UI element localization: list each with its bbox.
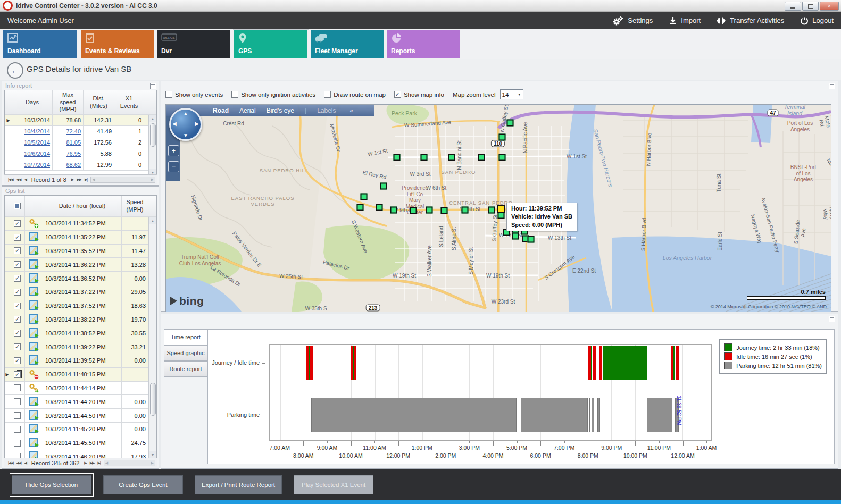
export-print-route-report-button[interactable]: Export / Print Route Report bbox=[195, 475, 282, 494]
day-link[interactable]: 10/6/2014 bbox=[24, 150, 50, 157]
gps-marker[interactable] bbox=[390, 207, 397, 214]
maximize-button[interactable] bbox=[802, 2, 819, 11]
day-link[interactable]: 10/3/2014 bbox=[24, 117, 50, 123]
hscroll-right-icon[interactable]: ▶ bbox=[151, 461, 154, 465]
table-row[interactable]: 10/4/201472.4041.491 bbox=[5, 126, 156, 137]
max-speed-link[interactable]: 78.68 bbox=[66, 117, 81, 123]
tab-dashboard[interactable]: Dashboard bbox=[3, 30, 77, 58]
day-link[interactable]: 10/5/2014 bbox=[24, 139, 50, 146]
gps-marker[interactable] bbox=[426, 207, 433, 214]
row-checkbox[interactable]: ✓ bbox=[14, 261, 21, 268]
table-row[interactable]: 10/7/201468.6212.990 bbox=[5, 159, 156, 171]
pager-next-icon[interactable]: ▶▶ bbox=[90, 461, 95, 465]
max-speed-link[interactable]: 81.05 bbox=[66, 139, 81, 146]
pager-prev-icon[interactable]: ◀ bbox=[24, 178, 26, 182]
map-option-show-only-ignition-activities[interactable]: Show only ignition activities bbox=[231, 91, 315, 98]
gps-marker[interactable] bbox=[421, 154, 428, 161]
header-action-import[interactable]: Import bbox=[669, 16, 701, 25]
selected-gps-marker[interactable] bbox=[497, 205, 505, 213]
pager-prev-icon[interactable]: |◀◀ bbox=[8, 178, 13, 182]
map[interactable]: Crest RdMiraleste DrPeck ParkW Summerlan… bbox=[165, 104, 831, 312]
pager-next-icon[interactable]: ▶| bbox=[85, 178, 87, 182]
gps-marker[interactable] bbox=[361, 194, 368, 200]
map-option-show-only-events[interactable]: Show only events bbox=[165, 91, 223, 98]
hscroll-left-icon[interactable]: ◀ bbox=[92, 178, 95, 182]
gps-marker[interactable] bbox=[376, 204, 383, 211]
gps-marker[interactable] bbox=[448, 154, 455, 161]
max-speed-link[interactable]: 76.95 bbox=[66, 150, 81, 157]
row-checkbox[interactable]: ✓ bbox=[14, 275, 21, 282]
row-checkbox[interactable]: ✓ bbox=[14, 330, 21, 337]
table-row[interactable]: 10/6/201476.955.880 bbox=[5, 148, 156, 159]
row-checkbox[interactable] bbox=[14, 440, 21, 447]
option-checkbox[interactable] bbox=[165, 91, 172, 98]
tab-fleet-manager[interactable]: Fleet Manager bbox=[311, 30, 384, 58]
pager-hscrollbar[interactable]: ◀▶ bbox=[104, 460, 155, 466]
gps-row[interactable]: ✓10/3/2014 11:38:52 PM30.55 bbox=[5, 326, 156, 340]
row-checkbox[interactable]: ✓ bbox=[14, 316, 21, 323]
table-row[interactable]: ▶10/3/201478.68142.310 bbox=[5, 115, 156, 126]
map-compass[interactable]: ▲▼ ◀▶ bbox=[169, 108, 202, 141]
minimize-button[interactable] bbox=[785, 2, 801, 11]
row-checkbox[interactable]: ✓ bbox=[14, 343, 21, 350]
scroll-up-icon[interactable]: ▲ bbox=[149, 217, 156, 224]
gps-marker[interactable] bbox=[512, 233, 519, 240]
map-zoom-in-button[interactable]: + bbox=[168, 145, 179, 156]
expand-panel-button[interactable] bbox=[829, 83, 835, 89]
gps-marker[interactable] bbox=[394, 154, 401, 161]
hscroll-left-icon[interactable]: ◀ bbox=[105, 461, 108, 465]
column-header[interactable]: Speed (MPH) bbox=[122, 196, 148, 216]
scroll-thumb[interactable] bbox=[150, 383, 156, 416]
map-view-labels[interactable]: Labels bbox=[317, 107, 336, 114]
gps-marker[interactable] bbox=[410, 207, 417, 214]
pager-prev-icon[interactable]: ◀◀ bbox=[16, 461, 21, 465]
map-option-show-map-info[interactable]: ✓Show map info bbox=[394, 91, 444, 98]
table-row[interactable]: 10/5/201481.05172.562 bbox=[5, 137, 156, 148]
gps-row[interactable]: ✓10/3/2014 11:35:52 PM11.47 bbox=[5, 245, 156, 258]
gps-marker[interactable] bbox=[462, 207, 469, 214]
hscroll-right-icon[interactable]: ▶ bbox=[151, 178, 154, 182]
gps-marker[interactable] bbox=[380, 183, 387, 190]
tab-dvr[interactable]: MERGEDvr bbox=[157, 30, 230, 58]
gps-marker[interactable] bbox=[507, 120, 514, 127]
pager-next-icon[interactable]: ▶ bbox=[71, 178, 73, 182]
max-speed-link[interactable]: 68.62 bbox=[66, 162, 81, 168]
gps-row[interactable]: 10/3/2014 11:44:50 PM0.00 bbox=[5, 409, 156, 423]
map-zoom-out-button[interactable]: − bbox=[168, 161, 179, 172]
gps-marker[interactable] bbox=[488, 207, 495, 214]
info-table-scrollbar[interactable]: ▲▼ bbox=[148, 115, 156, 176]
row-checkbox[interactable]: ✓ bbox=[14, 220, 21, 227]
gps-marker[interactable] bbox=[357, 204, 364, 211]
header-action-settings[interactable]: Settings bbox=[612, 16, 653, 26]
gps-row[interactable]: 10/3/2014 11:45:20 PM0.00 bbox=[5, 423, 156, 436]
gps-row[interactable]: ✓10/3/2014 11:37:22 PM29.05 bbox=[5, 285, 156, 299]
scroll-down-icon[interactable]: ▼ bbox=[149, 451, 156, 458]
map-view-aerial[interactable]: Aerial bbox=[239, 107, 256, 114]
map-view-bird-s-eye[interactable]: Bird's eye bbox=[267, 107, 294, 114]
collapse-toolbar-button[interactable]: « bbox=[350, 107, 353, 114]
gps-table-scrollbar[interactable]: ▲▼ bbox=[148, 217, 156, 458]
pager-next-icon[interactable]: ▶▶ bbox=[77, 178, 81, 182]
gps-marker[interactable] bbox=[499, 154, 506, 161]
map-option-draw-route-on-map[interactable]: Draw route on map bbox=[324, 91, 386, 98]
hide-gps-selection-button[interactable]: Hide Gps Selection bbox=[12, 475, 91, 494]
gps-row[interactable]: 10/3/2014 11:45:50 PM24.75 bbox=[5, 436, 156, 450]
pager-next-icon[interactable]: ▶| bbox=[97, 461, 100, 465]
pager-prev-icon[interactable]: ◀◀ bbox=[16, 178, 21, 182]
option-checkbox[interactable] bbox=[324, 91, 331, 98]
gps-row[interactable]: ▶✓10/3/2014 11:40:15 PM bbox=[5, 368, 156, 382]
gps-marker[interactable] bbox=[478, 154, 485, 161]
expand-panel-button[interactable] bbox=[829, 316, 835, 322]
back-button[interactable]: ← bbox=[7, 62, 23, 79]
map-view-road[interactable]: Road bbox=[213, 107, 229, 114]
scroll-up-icon[interactable]: ▲ bbox=[149, 115, 156, 122]
row-checkbox[interactable] bbox=[14, 384, 21, 391]
gps-row[interactable]: 10/3/2014 11:44:14 PM bbox=[5, 382, 156, 396]
row-checkbox[interactable]: ✓ bbox=[14, 371, 21, 378]
column-header[interactable]: Max speed (MPH) bbox=[53, 90, 84, 114]
gps-row[interactable]: ✓10/3/2014 11:35:22 PM11.97 bbox=[5, 231, 156, 245]
tab-gps[interactable]: GPS bbox=[234, 30, 307, 58]
column-header[interactable]: Days bbox=[12, 90, 53, 114]
row-checkbox[interactable]: ✓ bbox=[14, 234, 21, 241]
gps-row[interactable]: 10/3/2014 11:44:20 PM0.00 bbox=[5, 395, 156, 409]
